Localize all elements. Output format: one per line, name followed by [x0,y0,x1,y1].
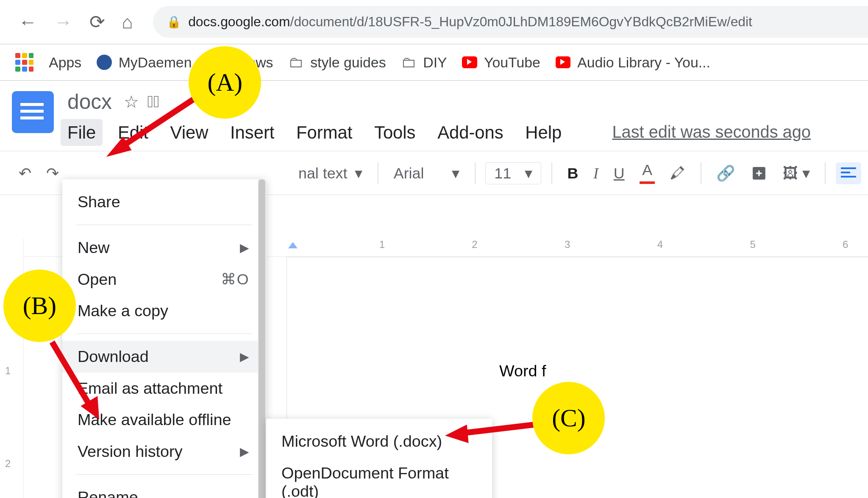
bookmarks-bar: Apps MyDaemen 🗀 News 🗀style guides 🗀DIY … [0,45,868,80]
svg-rect-3 [841,176,856,178]
annotation-c: (C) [532,382,605,454]
bookmark-style-guides[interactable]: 🗀style guides [288,54,386,71]
apps-icon[interactable] [15,53,34,72]
file-share[interactable]: Share [62,186,266,218]
bookmark-diy[interactable]: 🗀DIY [401,54,447,71]
file-rename[interactable]: Rename [62,481,266,498]
bookmark-audio-library[interactable]: Audio Library - You... [556,54,710,71]
annotation-arrow-a [95,91,204,167]
globe-icon [97,55,112,70]
lock-icon: 🔒 [167,15,181,29]
highlight-icon[interactable]: 🖍 [665,161,690,186]
font-select[interactable]: Arial▾ [389,161,465,186]
back-icon[interactable]: ← [14,11,42,33]
svg-line-21 [121,98,195,147]
youtube-icon [462,56,477,68]
url-host: docs.google.com [188,14,290,29]
document-text: Word f [499,362,546,380]
file-make-copy[interactable]: Make a copy [62,295,266,327]
undo-icon[interactable]: ↶ [14,161,36,186]
folder-icon: 🗀 [401,54,416,71]
annotation-b: (B) [3,270,76,342]
file-version-history[interactable]: Version history▶ [62,436,266,467]
chevron-right-icon: ▶ [240,445,249,459]
bookmark-mydaemen[interactable]: MyDaemen [97,54,192,71]
file-new[interactable]: New▶ [62,232,266,264]
svg-rect-1 [841,167,856,169]
docs-logo-icon[interactable] [12,91,54,133]
italic-icon[interactable]: I [588,161,604,186]
annotation-arrow-b [37,335,121,437]
align-left-icon[interactable] [836,162,861,184]
text-color-icon[interactable]: A [634,159,660,187]
insert-link-icon[interactable]: 🔗 [711,161,740,186]
reload-icon[interactable]: ⟳ [84,11,110,33]
svg-line-25 [463,425,534,433]
home-icon[interactable]: ⌂ [117,11,138,33]
url-bar[interactable]: 🔒 docs.google.com/document/d/18USFR-5_Hu… [153,6,868,38]
add-comment-icon[interactable] [746,161,773,185]
underline-icon[interactable]: U [609,161,630,186]
last-edit-link[interactable]: Last edit was seconds ago [612,119,810,146]
insert-image-icon[interactable]: 🖼 ▾ [778,161,815,186]
menu-help[interactable]: Help [523,119,563,146]
menu-insert[interactable]: Insert [228,119,276,146]
menu-tools[interactable]: Tools [373,119,417,146]
redo-icon[interactable]: ↷ [42,161,64,186]
url-path: /document/d/18USFR-5_HupVz0m0JLhDM189EM6… [290,14,752,29]
download-odt[interactable]: OpenDocument Format (.odt) [266,457,492,498]
scrollbar[interactable] [258,179,266,498]
separator [475,162,476,184]
chevron-right-icon: ▶ [240,350,249,364]
chevron-right-icon: ▶ [240,241,249,255]
svg-rect-2 [841,172,850,173]
bold-icon[interactable]: B [562,161,583,186]
file-open[interactable]: Open⌘O [62,264,266,295]
svg-line-23 [52,342,89,404]
annotation-a: (A) [189,46,261,119]
folder-icon: 🗀 [288,54,303,71]
svg-marker-26 [445,425,469,443]
bookmark-apps-label[interactable]: Apps [49,54,81,71]
separator [378,162,378,184]
menu-format[interactable]: Format [295,119,354,146]
browser-toolbar: ← → ⟳ ⌂ 🔒 docs.google.com/document/d/18U… [0,0,868,44]
youtube-icon [556,56,571,68]
styles-select[interactable]: nal text ▾ [293,161,367,186]
align-center-icon[interactable] [866,162,868,184]
forward-icon[interactable]: → [49,11,78,33]
separator [825,162,826,184]
separator [551,162,552,184]
separator [701,162,701,184]
bookmark-youtube[interactable]: YouTube [462,54,540,71]
annotation-arrow-c [440,413,541,447]
menu-add-ons[interactable]: Add-ons [436,119,505,146]
font-size-select[interactable]: 11 ▾ [485,162,541,184]
